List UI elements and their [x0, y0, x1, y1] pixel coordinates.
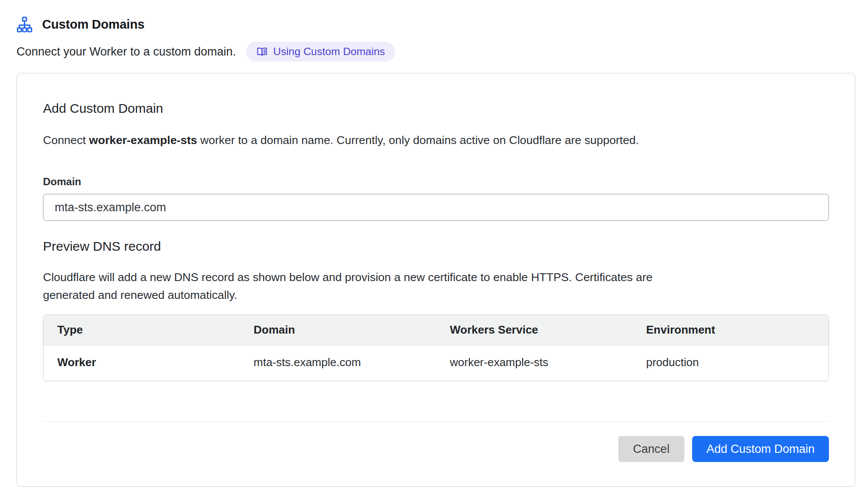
dns-preview-table: Type Domain Workers Service Environment …: [43, 315, 829, 381]
add-custom-domain-button[interactable]: Add Custom Domain: [692, 436, 829, 462]
page-subtitle: Connect your Worker to a custom domain.: [17, 45, 236, 59]
sitemap-icon: [17, 16, 33, 33]
cell-domain: mta-sts.example.com: [240, 345, 436, 381]
footer-actions: Cancel Add Custom Domain: [43, 436, 829, 462]
cancel-button[interactable]: Cancel: [618, 436, 684, 462]
page-header: Custom Domains Connect your Worker to a …: [17, 16, 851, 62]
column-header-type: Type: [43, 315, 240, 345]
card-heading: Add Custom Domain: [43, 101, 829, 116]
preview-dns-description: Cloudflare will add a new DNS record as …: [43, 269, 696, 304]
add-custom-domain-card: Add Custom Domain Connect worker-example…: [17, 73, 855, 487]
domain-input[interactable]: [43, 194, 829, 221]
cell-workers-service: worker-example-sts: [436, 345, 632, 381]
column-header-domain: Domain: [240, 315, 436, 345]
intro-prefix: Connect: [43, 134, 89, 147]
cell-type: Worker: [43, 345, 240, 381]
docs-link-label: Using Custom Domains: [273, 46, 385, 58]
column-header-workers-service: Workers Service: [436, 315, 632, 345]
preview-dns-heading: Preview DNS record: [43, 239, 829, 254]
table-header-row: Type Domain Workers Service Environment: [43, 315, 828, 345]
page-title-row: Custom Domains: [17, 16, 851, 33]
column-header-environment: Environment: [632, 315, 828, 345]
docs-link-using-custom-domains[interactable]: Using Custom Domains: [246, 42, 395, 62]
page-subtitle-row: Connect your Worker to a custom domain. …: [17, 42, 851, 62]
domain-field-label: Domain: [43, 176, 829, 188]
table-row: Worker mta-sts.example.com worker-exampl…: [43, 345, 828, 381]
card-intro-text: Connect worker-example-sts worker to a d…: [43, 131, 829, 149]
intro-suffix: worker to a domain name. Currently, only…: [197, 134, 639, 147]
cell-environment: production: [632, 345, 828, 381]
page-title: Custom Domains: [42, 17, 145, 32]
footer-divider: [43, 421, 829, 422]
worker-name: worker-example-sts: [89, 134, 197, 147]
open-book-icon: [256, 46, 268, 58]
